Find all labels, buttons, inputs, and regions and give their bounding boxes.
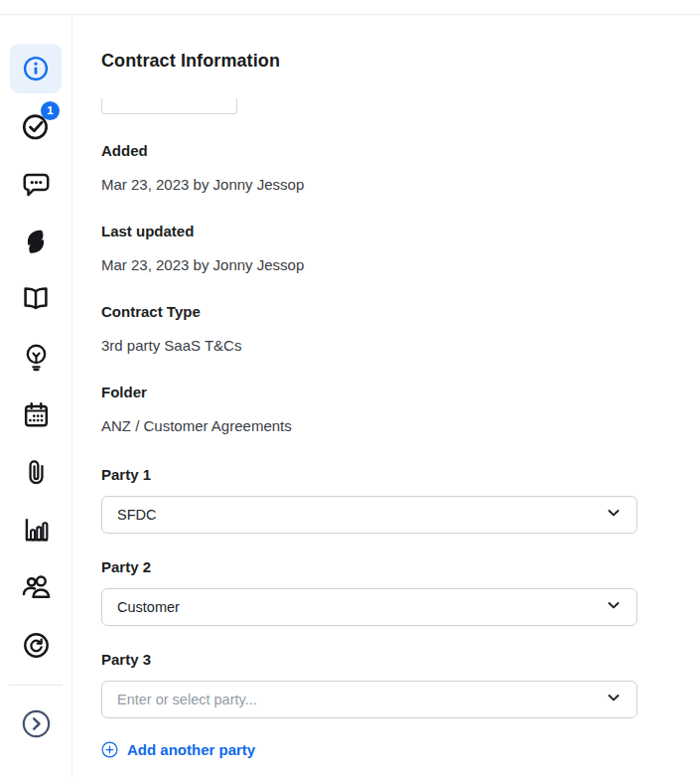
field-folder: Folder ANZ / Customer Agreements <box>101 384 700 435</box>
chevron-down-icon <box>606 690 622 709</box>
field-value: 3rd party SaaS T&Cs <box>101 337 700 355</box>
calendar-icon <box>21 399 52 430</box>
page-title: Contract Information <box>101 51 700 72</box>
chevron-right-circle-icon <box>20 707 53 740</box>
comment-icon <box>21 169 52 200</box>
field-party-1: Party 1 SFDC <box>101 466 700 534</box>
sidebar-item-tasks[interactable]: 1 <box>10 101 62 151</box>
sidebar-item-insights[interactable] <box>10 332 62 382</box>
lightbulb-icon <box>21 342 52 373</box>
book-icon <box>20 283 52 315</box>
field-value: Mar 23, 2023 by Jonny Jessop <box>101 176 700 194</box>
users-icon <box>20 571 53 604</box>
field-party-3: Party 3 Enter or select party... <box>101 651 700 718</box>
field-contract-type: Contract Type 3rd party SaaS T&Cs <box>101 303 700 355</box>
contract-info-panel: Contract Information Added Mar 23, 2023 … <box>72 15 700 777</box>
info-icon <box>21 54 51 83</box>
party-2-select[interactable]: Customer <box>101 588 637 626</box>
paperclip-icon <box>21 457 52 488</box>
field-label: Added <box>101 142 700 160</box>
tasks-count-badge: 1 <box>41 101 60 120</box>
field-label: Contract Type <box>101 303 700 321</box>
chevron-down-icon <box>606 597 622 617</box>
sidebar-item-calendar[interactable] <box>10 389 62 439</box>
sidebar-item-parties[interactable] <box>10 562 62 612</box>
field-label: Last updated <box>101 223 700 240</box>
sidebar-item-brand[interactable] <box>10 217 62 266</box>
top-border-bar <box>0 0 700 15</box>
field-label: Folder <box>101 384 700 401</box>
sidebar-divider <box>9 685 63 686</box>
party-3-placeholder: Enter or select party... <box>117 692 257 707</box>
icon-sidebar: 1 <box>0 15 72 777</box>
party-3-select[interactable]: Enter or select party... <box>101 681 637 718</box>
field-value: ANZ / Customer Agreements <box>101 417 700 435</box>
sidebar-item-analytics[interactable] <box>10 505 62 554</box>
party-1-value: SFDC <box>117 507 156 523</box>
field-last-updated: Last updated Mar 23, 2023 by Jonny Jesso… <box>101 223 700 274</box>
field-label: Party 2 <box>101 558 700 576</box>
sidebar-item-comments[interactable] <box>10 159 62 209</box>
party-2-value: Customer <box>117 599 180 615</box>
brand-logo-icon <box>21 226 51 257</box>
plus-circle-icon <box>101 741 118 758</box>
add-another-party-link[interactable]: Add another party <box>101 741 700 758</box>
refresh-icon <box>21 630 52 661</box>
field-label: Party 3 <box>101 651 700 669</box>
field-added: Added Mar 23, 2023 by Jonny Jessop <box>101 142 700 194</box>
chevron-down-icon <box>606 505 622 525</box>
field-value: Mar 23, 2023 by Jonny Jessop <box>101 256 700 274</box>
sidebar-item-attachments[interactable] <box>10 447 62 497</box>
bar-chart-icon <box>21 515 52 545</box>
field-label: Party 1 <box>101 466 700 484</box>
sidebar-expand-button[interactable] <box>10 699 62 748</box>
sidebar-item-playbook[interactable] <box>10 274 62 324</box>
clipped-control[interactable] <box>101 98 237 114</box>
party-1-select[interactable]: SFDC <box>101 496 637 534</box>
add-another-party-label: Add another party <box>127 741 255 758</box>
field-party-2: Party 2 Customer <box>101 558 700 626</box>
app-layout: 1 <box>0 15 700 777</box>
sidebar-item-renewals[interactable] <box>10 620 62 670</box>
sidebar-item-info[interactable] <box>10 44 62 93</box>
